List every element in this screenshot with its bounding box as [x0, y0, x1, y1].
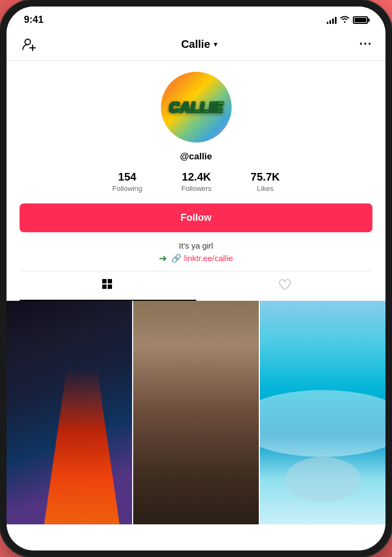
avatar-container: CALLIE — [20, 72, 372, 143]
stat-following[interactable]: 154 Following — [93, 171, 162, 193]
avatar: CALLIE — [161, 72, 232, 143]
likes-label: Likes — [257, 184, 273, 193]
battery-icon — [353, 16, 368, 24]
tab-bar — [20, 271, 372, 301]
profile-section: CALLIE @callie 154 Following 12.4K Follo… — [7, 61, 385, 301]
profile-name: Callie — [181, 38, 210, 51]
chevron-down-icon: ▾ — [214, 40, 217, 48]
video-thumb-1[interactable] — [7, 301, 132, 524]
following-label: Following — [113, 184, 142, 193]
tab-grid[interactable] — [20, 278, 196, 301]
tab-liked[interactable] — [196, 278, 373, 301]
link-icon: 🔗 — [171, 253, 182, 263]
stats-row: 154 Following 12.4K Followers 75.7K Like… — [20, 171, 372, 193]
heart-outline-icon — [278, 278, 291, 294]
followers-label: Followers — [181, 184, 211, 193]
bio-section: It's ya girl ➜ 🔗 linktr.ee/callie — [20, 241, 372, 264]
signal-icon — [327, 16, 337, 24]
add-user-button[interactable] — [20, 34, 39, 54]
svg-point-0 — [25, 39, 30, 45]
status-time: 9:41 — [24, 14, 43, 26]
video-thumb-2[interactable] — [133, 301, 259, 524]
more-options-button[interactable]: ··· — [359, 37, 372, 51]
likes-count: 75.7K — [251, 171, 279, 183]
bio-text: It's ya girl — [20, 241, 372, 250]
following-count: 154 — [118, 171, 136, 183]
wifi-icon — [340, 15, 350, 25]
bio-link-row: ➜ 🔗 linktr.ee/callie — [20, 252, 372, 264]
followers-count: 12.4K — [182, 171, 211, 183]
username: @callie — [20, 151, 372, 162]
svg-rect-3 — [102, 279, 107, 283]
status-bar: 9:41 — [7, 7, 385, 30]
svg-rect-5 — [102, 284, 107, 289]
stat-likes[interactable]: 75.7K Likes — [231, 171, 299, 193]
follow-button[interactable]: Follow — [20, 203, 372, 232]
bio-link[interactable]: 🔗 linktr.ee/callie — [171, 253, 233, 263]
svg-rect-6 — [108, 284, 112, 289]
arrow-icon: ➜ — [159, 252, 167, 264]
add-user-icon — [22, 36, 37, 52]
nav-header: Callie ▾ ··· — [7, 30, 385, 60]
svg-rect-4 — [108, 279, 112, 283]
phone-screen: 9:41 — [7, 7, 385, 550]
avatar-text: CALLIE — [169, 99, 223, 116]
stat-followers[interactable]: 12.4K Followers — [161, 171, 231, 193]
phone-frame: 9:41 — [0, 0, 392, 557]
video-grid — [7, 301, 385, 550]
video-thumb-3[interactable] — [260, 301, 385, 524]
profile-name-button[interactable]: Callie ▾ — [181, 38, 217, 51]
grid-icon — [101, 278, 114, 294]
status-icons — [327, 15, 368, 25]
